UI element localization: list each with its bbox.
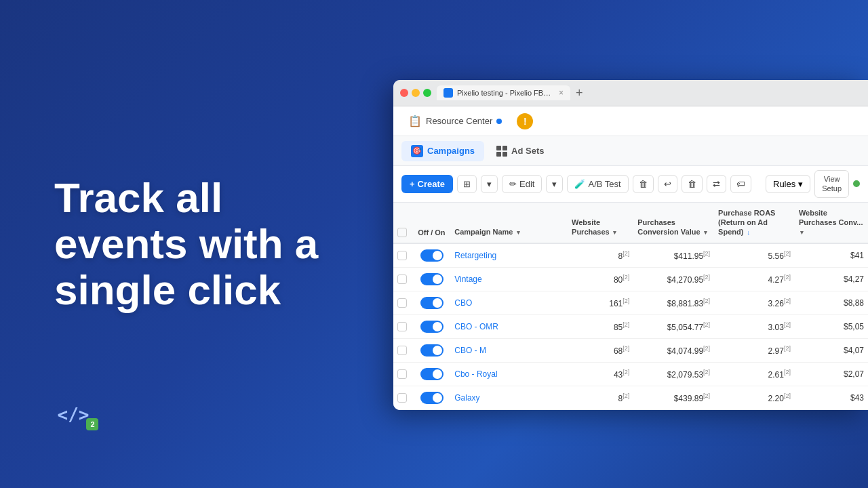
row-roas: 2.61[2] [714, 362, 795, 386]
campaign-link[interactable]: Cbo - Royal [454, 369, 497, 379]
row-website-conv: $4,07 [795, 338, 868, 362]
th-website-purchases[interactable]: Website Purchases ▾ [568, 203, 633, 243]
row-roas: 4.27[2] [714, 267, 795, 291]
ab-test-button[interactable]: 🧪 A/B Test [567, 175, 628, 193]
resource-center-label: Resource Center [426, 116, 492, 126]
th-select-all[interactable] [393, 203, 414, 243]
row-roas: 3.03[2] [714, 314, 795, 338]
resource-center[interactable]: 📋 Resource Center [401, 110, 509, 131]
ref-marker: [2] [623, 250, 629, 257]
row-checkbox[interactable] [397, 251, 407, 260]
more-button[interactable]: ⇄ [707, 175, 726, 193]
th-website-conv[interactable]: Website Purchases Conv... ▾ [795, 203, 868, 243]
campaign-link[interactable]: Galaxy [454, 393, 479, 403]
create-button[interactable]: + Create [401, 175, 453, 193]
delete-button[interactable]: 🗑 [682, 175, 703, 193]
campaign-toggle[interactable] [420, 392, 443, 404]
row-checkbox[interactable] [397, 274, 407, 284]
toggle-container [418, 392, 446, 404]
row-campaign-name: Retargeting [450, 243, 568, 268]
view-setup-button[interactable]: View Setup [814, 170, 849, 198]
new-tab-button[interactable]: + [573, 86, 586, 100]
row-checkbox[interactable] [397, 369, 407, 379]
rules-button[interactable]: Rules ▾ [766, 175, 810, 193]
more-icon: ⇄ [713, 179, 720, 189]
row-checkbox-cell[interactable] [393, 291, 414, 314]
ref-marker: [2] [623, 345, 629, 352]
tab-campaigns[interactable]: 🎯 Campaigns [401, 141, 484, 161]
ad-sets-tab-label: Ad Sets [511, 146, 544, 156]
row-purchases: 8[2] [568, 386, 633, 409]
row-toggle-cell [414, 291, 450, 314]
row-conv-value: $4,270.95[2] [633, 267, 714, 291]
archive-button[interactable]: 🗑 [633, 175, 654, 193]
browser-window: Pixelio testing - Pixelio FB Fac... × + … [393, 80, 868, 410]
tab-bar: Pixelio testing - Pixelio FB Fac... × + [437, 85, 861, 100]
row-checkbox-cell[interactable] [393, 314, 414, 338]
row-website-conv: $43 [795, 386, 868, 409]
edit-chevron-icon: ▾ [552, 179, 557, 189]
ab-icon: 🧪 [574, 179, 585, 189]
campaign-link[interactable]: Vintage [454, 274, 481, 284]
tab-ad-sets[interactable]: Ad Sets [487, 142, 553, 161]
campaign-sort-icon: ▾ [517, 229, 520, 237]
undo-button[interactable]: ↩ [658, 175, 677, 193]
campaign-toggle[interactable] [420, 321, 443, 333]
th-campaign-name[interactable]: Campaign Name ▾ [450, 203, 568, 243]
campaign-toggle[interactable] [420, 297, 443, 309]
edit-dropdown-button[interactable]: ▾ [546, 175, 563, 193]
row-checkbox[interactable] [397, 298, 407, 308]
row-roas: 5.56[2] [714, 243, 795, 268]
maximize-button-light[interactable] [423, 89, 431, 97]
row-checkbox[interactable] [397, 322, 407, 331]
row-checkbox[interactable] [397, 393, 407, 403]
edit-button-label: Edit [519, 179, 534, 189]
row-conv-value: $439.89[2] [633, 386, 714, 409]
logo-symbol: </> [58, 405, 90, 425]
row-checkbox-cell[interactable] [393, 362, 414, 386]
row-campaign-name: CBO - M [450, 338, 568, 362]
browser-tab[interactable]: Pixelio testing - Pixelio FB Fac... × [437, 85, 570, 100]
ab-test-label: A/B Test [588, 179, 620, 189]
tab-favicon [443, 88, 453, 98]
duplicate-button[interactable]: ⊞ [457, 175, 477, 193]
toggle-container [418, 249, 446, 262]
campaign-link[interactable]: Retargeting [454, 251, 496, 260]
table-row: Vintage 80[2] $4,270.95[2] 4.27[2] $4,27 [393, 267, 868, 291]
row-checkbox-cell[interactable] [393, 267, 414, 291]
row-checkbox-cell[interactable] [393, 386, 414, 409]
close-button-light[interactable] [400, 89, 408, 97]
select-all-checkbox[interactable] [397, 228, 407, 237]
campaign-toggle[interactable] [420, 344, 443, 357]
edit-button[interactable]: ✏ Edit [502, 175, 542, 193]
warning-icon[interactable]: ! [517, 113, 533, 129]
table-row: CBO - OMR 85[2] $5,054.77[2] 3.03[2] $5,… [393, 314, 868, 338]
campaign-link[interactable]: CBO [454, 298, 472, 308]
minimize-button-light[interactable] [412, 89, 420, 97]
campaign-link[interactable]: CBO - M [454, 346, 486, 355]
campaign-toggle[interactable] [420, 249, 443, 262]
th-conv-value[interactable]: Purchases Conversion Value ▾ [633, 203, 714, 243]
row-checkbox-cell[interactable] [393, 243, 414, 268]
th-toggle[interactable]: Off / On [414, 203, 450, 243]
row-campaign-name: Cbo - Royal [450, 362, 568, 386]
row-checkbox[interactable] [397, 346, 407, 355]
main-heading: Track all events with a single click [54, 175, 318, 314]
resource-center-icon: 📋 [408, 115, 422, 127]
campaign-toggle[interactable] [420, 273, 443, 285]
row-toggle-cell [414, 243, 450, 268]
row-toggle-cell [414, 267, 450, 291]
ref-marker: [2] [623, 274, 629, 281]
ref-marker: [2] [784, 392, 791, 399]
tag-button[interactable]: 🏷 [730, 175, 751, 193]
campaign-toggle[interactable] [420, 368, 443, 380]
roas-sort-icon: ↓ [747, 229, 750, 237]
th-roas[interactable]: Purchase ROAS (Return on Ad Spend) ↓ [714, 203, 795, 243]
resource-center-dot [496, 119, 502, 124]
campaign-link[interactable]: CBO - OMR [454, 322, 498, 331]
tab-close-icon[interactable]: × [559, 88, 564, 98]
row-checkbox-cell[interactable] [393, 338, 414, 362]
row-website-conv: $4,27 [795, 267, 868, 291]
archive-icon: 🗑 [639, 179, 648, 189]
duplicate-dropdown-button[interactable]: ▾ [481, 175, 498, 193]
